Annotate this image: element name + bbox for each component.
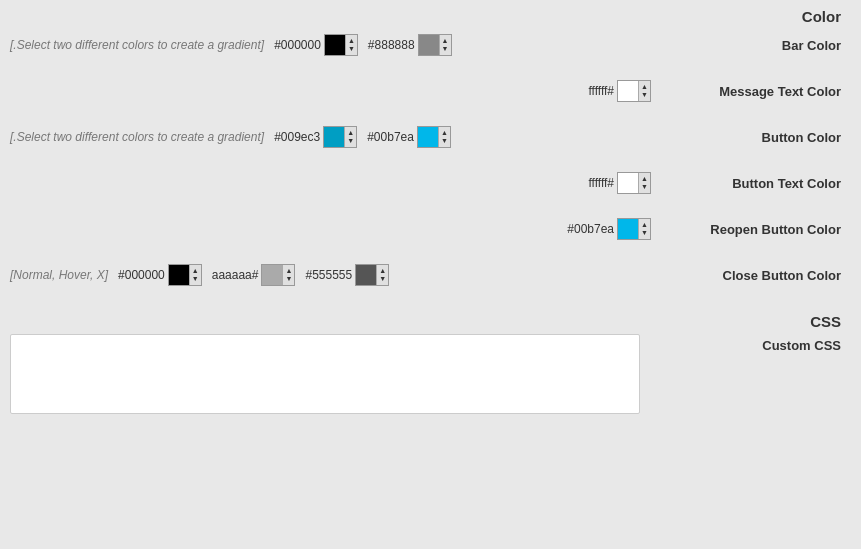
css-section-header: CSS xyxy=(0,305,861,334)
bar-color-swatch-2[interactable]: ▲ ▼ xyxy=(418,34,452,56)
button-text-label: Button Text Color xyxy=(661,176,861,191)
color-section-header: Color xyxy=(0,0,861,29)
reopen-button-hex: #00b7ea xyxy=(567,222,614,236)
bar-color-hex-2: #888888 xyxy=(368,38,415,52)
close-button-swatch-2[interactable]: ▲ ▼ xyxy=(261,264,295,286)
reopen-button-label: Reopen Button Color xyxy=(661,222,861,237)
close-button-hex-3: #555555 xyxy=(305,268,352,282)
bar-color-label: Bar Color xyxy=(661,38,861,53)
message-text-hex: ffffff# xyxy=(588,84,614,98)
button-text-swatch[interactable]: ▲ ▼ xyxy=(617,172,651,194)
bar-color-gradient-label: [.Select two different colors to create … xyxy=(10,38,264,52)
button-color-swatch-2[interactable]: ▲ ▼ xyxy=(417,126,451,148)
close-button-swatch-1[interactable]: ▲ ▼ xyxy=(168,264,202,286)
close-button-swatch-3[interactable]: ▲ ▼ xyxy=(355,264,389,286)
close-button-hex-2: aaaaaa# xyxy=(212,268,259,282)
button-color-label: Button Color xyxy=(661,130,861,145)
button-color-hex-2: #00b7ea xyxy=(367,130,414,144)
button-color-swatch-1[interactable]: ▲ ▼ xyxy=(323,126,357,148)
reopen-button-swatch[interactable]: ▲ ▼ xyxy=(617,218,651,240)
bar-color-hex-1: #000000 xyxy=(274,38,321,52)
button-color-hex-1: #009ec3 xyxy=(274,130,320,144)
close-button-label: Close Button Color xyxy=(661,268,861,283)
button-color-gradient-label: [.Select two different colors to create … xyxy=(10,130,264,144)
message-text-label: Message Text Color xyxy=(661,84,861,99)
bar-color-swatch-1[interactable]: ▲ ▼ xyxy=(324,34,358,56)
custom-css-label: Custom CSS xyxy=(661,334,861,353)
close-button-gradient-label: [Normal, Hover, X] xyxy=(10,268,108,282)
message-text-swatch[interactable]: ▲ ▼ xyxy=(617,80,651,102)
close-button-hex-1: #000000 xyxy=(118,268,165,282)
button-text-hex: ffffff# xyxy=(588,176,614,190)
custom-css-textarea[interactable] xyxy=(10,334,640,414)
